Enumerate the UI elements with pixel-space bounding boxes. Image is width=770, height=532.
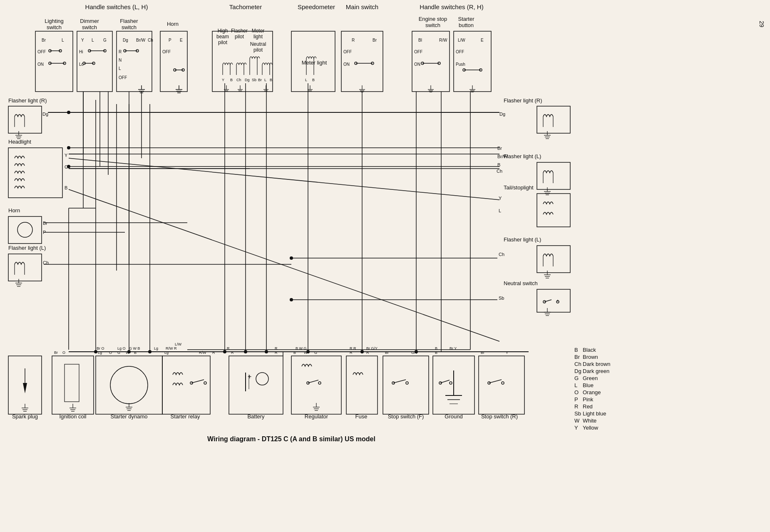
svg-text:Br: Br (54, 351, 58, 355)
svg-text:Lg O: Lg O (117, 346, 126, 351)
svg-point-330 (67, 111, 70, 114)
svg-text:L: L (119, 66, 121, 71)
svg-text:R: R (366, 351, 369, 355)
svg-text:Pink: Pink (583, 396, 594, 403)
svg-point-384 (360, 350, 364, 353)
svg-text:Sb: Sb (252, 78, 256, 82)
svg-text:Orange: Orange (583, 389, 601, 395)
svg-text:High: High (218, 28, 228, 34)
svg-text:R/W: R/W (439, 38, 447, 42)
svg-text:Horn: Horn (167, 21, 179, 27)
svg-text:Sb: Sb (499, 296, 504, 301)
svg-point-381 (244, 350, 247, 353)
svg-text:Sb: Sb (574, 410, 581, 417)
svg-text:ON: ON (414, 62, 420, 67)
svg-text:R R: R R (350, 346, 356, 351)
svg-text:L/W: L/W (458, 38, 465, 42)
svg-point-333 (290, 256, 293, 260)
svg-text:button: button (459, 22, 474, 28)
svg-text:Flasher light (R): Flasher light (R) (504, 97, 542, 104)
svg-text:E: E (180, 38, 183, 42)
svg-text:Light blue: Light blue (583, 410, 606, 417)
svg-text:beam: beam (216, 34, 229, 40)
svg-text:OFF: OFF (414, 50, 422, 54)
svg-text:Dg: Dg (42, 112, 48, 117)
svg-text:Dg: Dg (499, 112, 505, 117)
svg-text:Green: Green (583, 375, 598, 381)
svg-text:R: R (227, 346, 230, 351)
svg-text:Ch: Ch (499, 252, 504, 257)
svg-text:Dg: Dg (245, 78, 250, 82)
svg-text:P: P (169, 38, 171, 42)
svg-point-377 (94, 350, 97, 353)
svg-text:Black: Black (583, 347, 596, 353)
svg-point-379 (148, 350, 152, 353)
svg-text:Br: Br (258, 78, 262, 82)
svg-text:Br G/Y: Br G/Y (366, 346, 378, 351)
svg-text:White: White (583, 418, 596, 424)
svg-text:Neutral: Neutral (250, 41, 266, 47)
svg-text:Dg: Dg (123, 38, 128, 42)
svg-text:R/W: R/W (199, 351, 206, 355)
svg-text:+: + (248, 373, 251, 380)
svg-text:Dg: Dg (574, 368, 581, 374)
svg-text:Handle switches (L, H): Handle switches (L, H) (85, 3, 148, 10)
svg-text:R: R (212, 351, 215, 355)
svg-text:light: light (253, 34, 263, 40)
svg-text:Speedometer: Speedometer (298, 3, 335, 10)
svg-text:Flasher light (L): Flasher light (L) (8, 245, 46, 251)
svg-text:Starter: Starter (458, 16, 474, 22)
svg-text:Flasher light (L): Flasher light (L) (504, 236, 541, 243)
svg-text:switch: switch (47, 24, 62, 30)
svg-text:Br: Br (574, 354, 580, 360)
svg-text:OFF: OFF (456, 50, 464, 54)
svg-text:Lg: Lg (164, 351, 169, 355)
svg-text:Dimmer: Dimmer (80, 18, 99, 24)
svg-text:Dark green: Dark green (583, 368, 609, 374)
svg-point-331 (67, 146, 70, 149)
svg-text:Br: Br (373, 38, 377, 42)
svg-text:Meter light: Meter light (302, 60, 327, 66)
svg-text:29: 29 (758, 21, 765, 27)
svg-text:Push: Push (456, 62, 465, 67)
svg-text:O: O (62, 351, 65, 355)
svg-text:R/W R: R/W R (166, 346, 177, 351)
svg-text:B: B (293, 351, 296, 355)
svg-text:G: G (103, 38, 107, 42)
svg-text:Br: Br (481, 351, 484, 355)
svg-point-332 (67, 165, 70, 168)
wiring-diagram: Handle switches (L, H) Lighting switch D… (0, 0, 770, 532)
svg-text:R: R (275, 346, 278, 351)
svg-text:B: B (270, 78, 272, 82)
svg-point-385 (415, 350, 418, 353)
svg-text:L: L (499, 208, 501, 213)
svg-text:B: B (312, 78, 315, 82)
svg-text:Ch: Ch (236, 78, 241, 82)
svg-text:B: B (435, 351, 437, 355)
svg-text:switch: switch (425, 22, 440, 28)
svg-text:Br: Br (42, 38, 46, 42)
svg-text:B: B (134, 351, 137, 355)
svg-text:Lg: Lg (98, 351, 102, 355)
svg-text:Brown: Brown (583, 354, 598, 360)
svg-text:Blue: Blue (583, 382, 594, 388)
svg-text:Headlight: Headlight (8, 139, 31, 145)
svg-text:R: R (350, 351, 353, 355)
svg-text:Meter: Meter (252, 28, 265, 34)
svg-text:Flasher light (R): Flasher light (R) (8, 97, 47, 104)
svg-text:O: O (574, 389, 579, 395)
svg-text:W: W (574, 418, 580, 424)
svg-text:R: R (231, 351, 234, 355)
svg-text:B: B (230, 78, 233, 82)
svg-text:Ch: Ch (497, 169, 502, 174)
svg-text:G: G (574, 375, 579, 381)
svg-text:B: B (574, 347, 578, 353)
svg-text:L: L (574, 382, 577, 388)
svg-text:pilot: pilot (235, 34, 244, 40)
svg-text:Bl: Bl (418, 38, 422, 42)
svg-rect-0 (0, 0, 770, 532)
svg-text:Engine stop: Engine stop (419, 16, 447, 22)
svg-text:R: R (352, 38, 355, 42)
svg-text:pilot: pilot (218, 40, 228, 45)
svg-text:Tail/stoplight: Tail/stoplight (504, 184, 534, 191)
